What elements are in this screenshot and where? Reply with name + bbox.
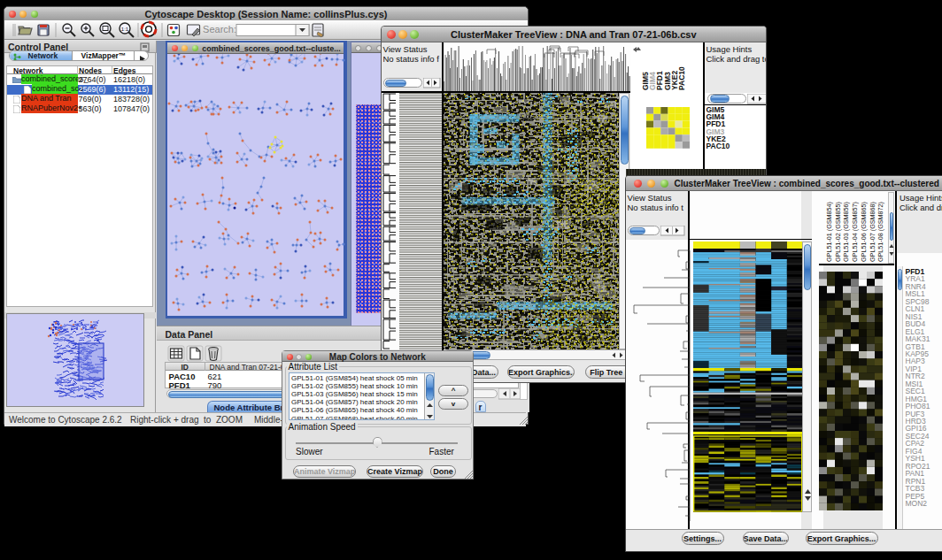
svg-text:GPL51-08 (GSM872): GPL51-08 (GSM872)	[876, 202, 884, 262]
svg-text:PAC10: PAC10	[677, 66, 686, 90]
svg-text:GPL51-07 (GSM868): GPL51-07 (GSM868)	[869, 202, 876, 262]
svg-text:GPL51-02 (GSM855): GPL51-02 (GSM855)	[834, 202, 842, 262]
svg-text:1:1: 1:1	[121, 26, 129, 31]
svg-text:GPL51-03 (GSM856): GPL51-03 (GSM856)	[842, 202, 850, 262]
svg-text:Search:: Search:	[203, 24, 236, 35]
svg-text:GPL51-01 (GSM854): GPL51-01 (GSM854)	[825, 202, 833, 262]
svg-text:GPL51-04 (GSM857): GPL51-04 (GSM857)	[851, 202, 859, 262]
svg-text:GPL51-06 (GSM865): GPL51-06 (GSM865)	[860, 202, 868, 262]
